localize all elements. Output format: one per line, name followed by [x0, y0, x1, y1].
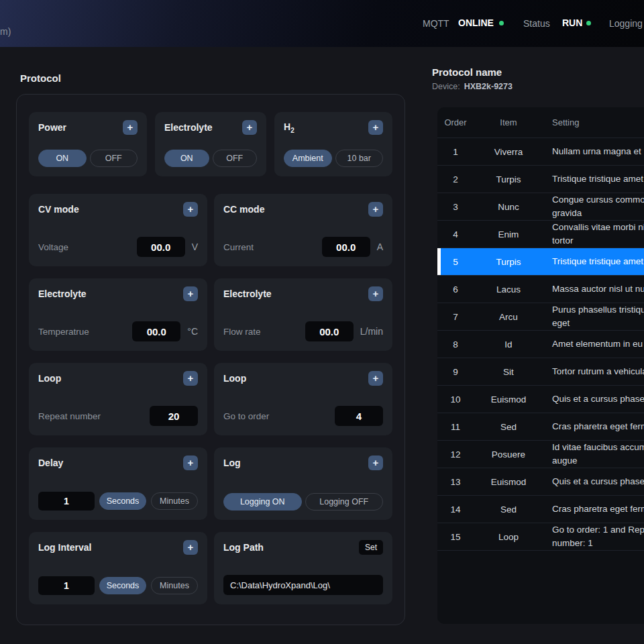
logging-on-button[interactable]: Logging ON	[223, 493, 302, 511]
delay-value-input[interactable]: 1	[38, 492, 95, 511]
table-row[interactable]: 4EnimConvallis vitae morbi nibh tortor	[437, 221, 644, 248]
row-order: 14	[437, 504, 474, 515]
row-setting: Congue cursus commodo gravida	[543, 193, 644, 220]
loop-repeat-title: Loop	[38, 373, 61, 384]
log-interval-value-input[interactable]: 1	[38, 576, 95, 595]
delay-minutes-button[interactable]: Minutes	[151, 492, 198, 510]
row-setting: Id vitae faucibus accumsan augue	[543, 441, 644, 468]
row-order: 5	[437, 257, 474, 267]
table-row[interactable]: 3NuncCongue cursus commodo gravida	[437, 193, 644, 221]
log-add-icon[interactable]: +	[368, 455, 383, 470]
electrolyte-power-title: Electrolyte	[164, 122, 213, 133]
delay-seconds-button[interactable]: Seconds	[99, 492, 146, 510]
row-order: 11	[437, 422, 474, 432]
row-item: Turpis	[474, 174, 543, 184]
status-label: Status	[523, 18, 550, 29]
row-item: Enim	[474, 229, 543, 239]
loop-repeat-add-icon[interactable]: +	[183, 371, 198, 386]
delay-add-icon[interactable]: +	[183, 455, 198, 470]
loop-goto-add-icon[interactable]: +	[368, 371, 383, 386]
electrolyte-temp-add-icon[interactable]: +	[183, 286, 198, 301]
voltage-input[interactable]: 00.0	[137, 237, 185, 257]
electrolyte-temp-title: Electrolyte	[38, 288, 87, 299]
mqtt-status-value: ONLINE	[458, 17, 494, 28]
power-on-button[interactable]: ON	[38, 150, 87, 167]
row-item: Nunc	[474, 202, 543, 212]
protocol-section-title: Protocol	[20, 72, 61, 84]
temperature-unit: °C	[187, 326, 198, 337]
electrolyte-flow-add-icon[interactable]: +	[368, 286, 383, 301]
row-item: Posuere	[474, 449, 543, 460]
row-order: 6	[437, 284, 474, 294]
table-row[interactable]: 2TurpisTristique tristique amet	[437, 166, 644, 193]
go-to-order-input[interactable]: 4	[335, 406, 383, 426]
log-interval-seconds-button[interactable]: Seconds	[99, 577, 146, 594]
table-row[interactable]: 8IdAmet elementum in eu	[437, 331, 644, 358]
card-electrolyte-temp: Electrolyte + Temperatrue 00.0 °C	[29, 278, 207, 351]
row-item: Sed	[474, 422, 543, 432]
flow-rate-input[interactable]: 00.0	[305, 321, 354, 341]
flow-rate-unit: L/min	[360, 326, 383, 337]
row-setting: Quis et a cursus phasellus	[543, 475, 644, 488]
table-row[interactable]: 13EuismodQuis et a cursus phasellus	[437, 468, 644, 496]
table-row[interactable]: 7ArcuPurus phasellus tristique eget	[437, 303, 644, 331]
electrolyte-off-button[interactable]: OFF	[213, 150, 258, 167]
table-row[interactable]: 15LoopGo to order: 1 and Repeat number: …	[437, 523, 644, 551]
table-row[interactable]: 5TurpisTristique tristique amet	[437, 248, 644, 276]
log-path-title: Log Path	[223, 542, 264, 553]
h2-ambient-button[interactable]: Ambient	[284, 150, 332, 167]
repeat-number-input[interactable]: 20	[150, 406, 198, 426]
row-order: 8	[437, 339, 474, 350]
card-cv-mode: CV mode + Voltage 00.0 V	[29, 194, 207, 266]
app-window: m) MQTT ONLINE Status RUN Logging Protoc…	[0, 0, 644, 644]
power-off-button[interactable]: OFF	[90, 150, 138, 167]
table-row[interactable]: 12PosuereId vitae faucibus accumsan augu…	[437, 441, 644, 468]
row-order: 13	[437, 477, 474, 487]
device-line: Device:HXB2k-9273	[432, 82, 513, 91]
row-setting: Cras pharetra eget fermentum	[543, 502, 644, 516]
status-value: RUN	[562, 17, 582, 28]
table-row[interactable]: 14SedCras pharetra eget fermentum	[437, 496, 644, 523]
row-order: 15	[437, 532, 474, 542]
electrolyte-on-button[interactable]: ON	[164, 150, 209, 167]
cv-mode-add-icon[interactable]: +	[183, 202, 198, 217]
card-log-interval: Log Interval + 1 Seconds Minutes	[29, 532, 207, 604]
protocol-table: Order Item Setting 1ViverraNullam urna m…	[437, 107, 644, 624]
row-setting: Purus phasellus tristique eget	[543, 303, 644, 330]
row-order: 1	[437, 147, 474, 157]
mqtt-label: MQTT	[423, 18, 449, 29]
topbar-partial-text: m)	[0, 26, 11, 37]
table-row[interactable]: 10EuismodQuis et a cursus phasellus	[437, 386, 644, 413]
log-interval-add-icon[interactable]: +	[183, 540, 198, 555]
row-setting: Cras pharetra eget fermentum	[543, 420, 644, 433]
log-interval-minutes-button[interactable]: Minutes	[151, 577, 198, 594]
row-order: 7	[437, 312, 474, 322]
h2-10bar-button[interactable]: 10 bar	[335, 150, 384, 167]
log-path-input[interactable]: C:\Data\HydroXpand\Log\	[223, 575, 383, 595]
top-bar: m) MQTT ONLINE Status RUN Logging	[0, 0, 644, 47]
protocol-table-body: 1ViverraNullam urna magna et2TurpisTrist…	[437, 138, 644, 551]
current-input[interactable]: 00.0	[322, 237, 370, 257]
log-path-set-button[interactable]: Set	[359, 540, 383, 555]
logging-off-button[interactable]: Logging OFF	[305, 493, 384, 511]
power-add-icon[interactable]: +	[123, 120, 138, 135]
cv-mode-title: CV mode	[38, 204, 79, 215]
row-setting: Convallis vitae morbi nibh tortor	[543, 221, 644, 248]
table-row[interactable]: 9SitTortor rutrum a vehicula	[437, 358, 644, 386]
cc-mode-add-icon[interactable]: +	[368, 202, 383, 217]
table-row[interactable]: 1ViverraNullam urna magna et	[437, 138, 644, 166]
temperature-input[interactable]: 00.0	[132, 321, 180, 341]
row-setting: Nullam urna magna et	[543, 145, 644, 158]
electrolyte-power-add-icon[interactable]: +	[242, 120, 257, 135]
row-item: Arcu	[474, 312, 543, 322]
delay-title: Delay	[38, 458, 63, 468]
row-order: 9	[437, 367, 474, 377]
h2-add-icon[interactable]: +	[368, 120, 383, 135]
device-label: Device:	[432, 82, 460, 91]
current-label: Current	[223, 242, 254, 252]
temperature-label: Temperatrue	[38, 327, 89, 337]
row-item: Euismod	[474, 394, 543, 405]
table-row[interactable]: 11SedCras pharetra eget fermentum	[437, 413, 644, 441]
row-item: Viverra	[474, 147, 543, 157]
table-row[interactable]: 6LacusMassa auctor nisl ut nunc	[437, 276, 644, 303]
